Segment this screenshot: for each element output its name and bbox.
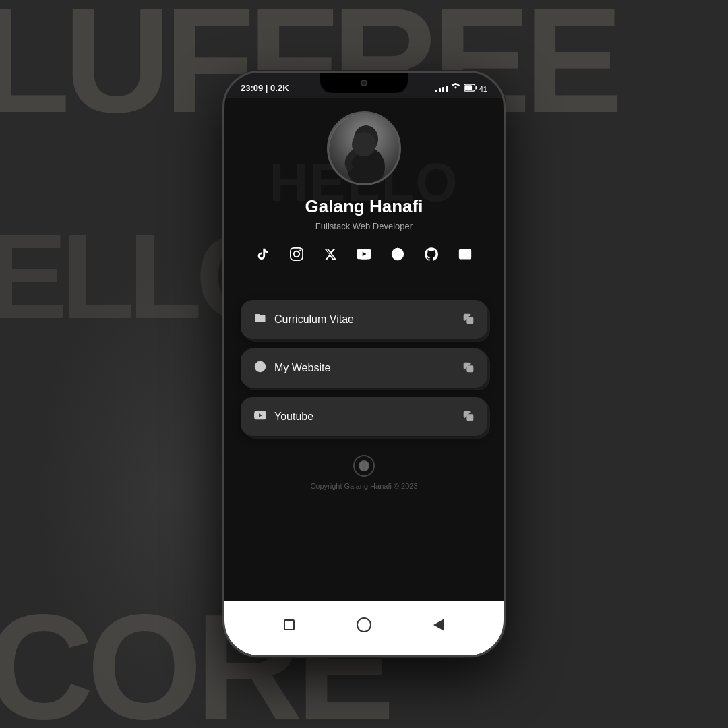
website-link-left: My Website [254,361,330,375]
links-section: Curriculum Vitae [241,300,487,436]
website-copy-icon [463,362,474,375]
footer-section: Copyright Galang Hanafi © 2023 [310,455,417,490]
instagram-icon[interactable] [286,243,307,265]
email-icon[interactable] [454,243,476,265]
footer-logo-icon [353,455,375,477]
nav-home-button[interactable] [355,616,373,634]
nav-stop-icon [284,619,295,630]
globe-icon[interactable] [387,243,408,265]
avatar-image [329,113,399,183]
svg-rect-8 [467,317,473,324]
folder-icon [254,312,266,327]
profile-section: HELLO [241,111,487,284]
profile-name: Galang Hanafi [305,196,423,217]
social-icons-row [252,243,476,265]
status-icons: 41 [435,82,487,94]
bottom-navigation-bar [224,601,504,655]
tiktok-icon[interactable] [252,243,274,265]
screen: HELLO [224,98,504,613]
svg-rect-2 [475,86,477,89]
notch [320,73,408,93]
battery-icon: 41 [464,84,487,93]
status-time: 23:09 | 0.2K [241,83,289,93]
signal-bars [435,84,448,92]
youtube-link-button[interactable]: Youtube [241,397,487,436]
svg-rect-12 [467,415,473,421]
youtube-icon[interactable] [353,243,375,265]
website-link-button[interactable]: My Website [241,348,487,388]
cv-copy-icon [463,313,474,326]
github-icon[interactable] [421,243,442,265]
avatar [327,111,401,185]
youtube-link-label: Youtube [274,411,313,423]
nav-stop-button[interactable] [280,616,298,634]
cv-link-left: Curriculum Vitae [254,312,354,327]
nav-back-icon [433,619,444,631]
nav-home-icon [357,617,371,632]
svg-rect-11 [467,366,473,372]
nav-back-button[interactable] [430,616,448,634]
status-bar: 23:09 | 0.2K 41 [224,73,504,98]
notch-camera [361,80,367,86]
website-globe-icon [254,361,266,375]
youtube-btn-icon [254,409,266,424]
twitter-icon[interactable] [320,243,341,265]
phone-frame: 23:09 | 0.2K 41 [222,71,506,657]
cv-link-button[interactable]: Curriculum Vitae [241,300,487,339]
svg-point-4 [354,125,378,152]
cv-link-label: Curriculum Vitae [274,313,354,326]
website-link-label: My Website [274,362,330,374]
svg-point-14 [363,464,366,468]
youtube-copy-icon [463,411,474,423]
youtube-link-left: Youtube [254,409,313,424]
svg-rect-1 [464,85,472,90]
wifi-icon [451,82,460,94]
footer-copyright: Copyright Galang Hanafi © 2023 [310,482,417,490]
profile-title: Fullstack Web Developer [315,221,413,231]
